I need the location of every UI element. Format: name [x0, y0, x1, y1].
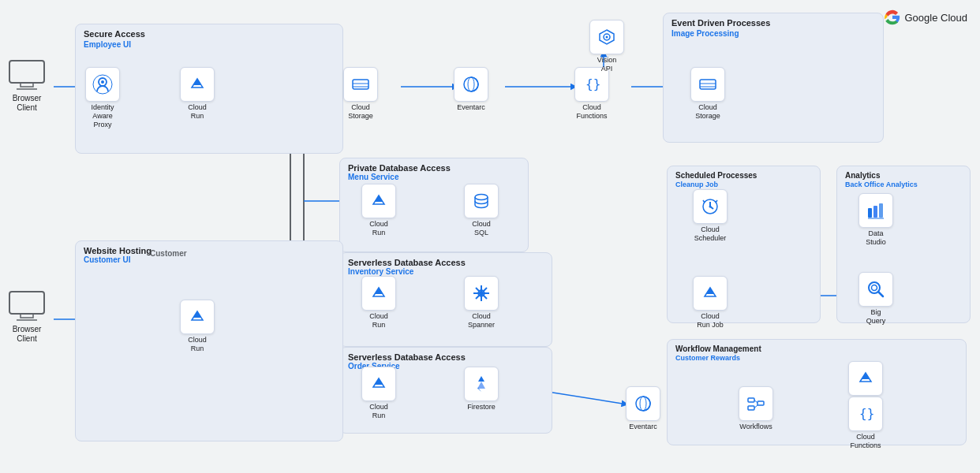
svg-rect-66: [757, 401, 764, 405]
cloud-sql-label: CloudSQL: [472, 220, 491, 237]
cloud-run-menu-label: CloudRun: [369, 220, 388, 237]
workflow-subtitle: Customer Rewards: [675, 354, 740, 362]
cloud-run-secure-label: CloudRun: [188, 103, 207, 121]
vision-api-node: VisionAPI: [589, 20, 624, 73]
website-hosting-subtitle: Customer UI: [84, 255, 130, 264]
svg-rect-25: [9, 61, 44, 83]
cloud-run-job-icon: [700, 283, 720, 304]
private-db-subtitle: Menu Service: [348, 173, 398, 181]
cloud-run-order-label: CloudRun: [369, 403, 388, 420]
scheduled-subtitle: Cleanup Job: [675, 181, 718, 188]
big-query-icon: [866, 279, 886, 300]
cloud-run-secure-node: CloudRun: [180, 67, 215, 121]
vision-api-icon-box: [589, 20, 624, 54]
cloud-functions-1-icon: {}: [582, 74, 602, 95]
cloud-run-job-icon-box: [693, 276, 728, 311]
cloud-spanner-icon-box: [464, 276, 499, 311]
cloud-run-website-icon-box: [180, 300, 215, 334]
firestore-icon-box: [464, 367, 499, 401]
eventarc-1-icon: [461, 74, 481, 95]
workflow-region: Workflow Management Customer Rewards: [667, 339, 967, 445]
cloud-sql-node: CloudSQL: [464, 184, 499, 237]
website-hosting-title: Website Hosting: [84, 246, 151, 255]
workflows-icon: [746, 393, 766, 414]
workflow-title: Workflow Management: [675, 345, 761, 353]
workflows-icon-box: [739, 386, 773, 421]
analytics-title: Analytics: [845, 171, 880, 180]
svg-line-61: [878, 292, 883, 296]
private-db-title: Private Database Access: [348, 163, 451, 173]
iap-label: IdentityAwareProxy: [91, 103, 114, 128]
svg-point-32: [101, 80, 104, 84]
cloud-run-inventory-icon: [368, 283, 389, 304]
eventarc-1-label: Eventarc: [457, 103, 485, 112]
cloud-scheduler-node: CloudScheduler: [693, 189, 728, 243]
firestore-label: Firestore: [467, 403, 496, 412]
big-query-icon-box: [858, 272, 893, 307]
cloud-storage-1-label: CloudStorage: [348, 103, 373, 121]
svg-rect-67: [748, 406, 754, 410]
analytics-region: Analytics Back Office Analytics: [836, 166, 971, 323]
data-studio-label: DataStudio: [866, 229, 886, 247]
scheduled-title: Scheduled Processes: [675, 171, 757, 180]
google-cloud-icon: [885, 9, 900, 25]
cloud-run-inventory-node: CloudRun: [361, 276, 396, 330]
cloud-storage-2-node: CloudStorage: [690, 67, 725, 121]
cloud-run-workflow-icon: [855, 368, 876, 389]
cloud-functions-workflow-node: {} CloudFunctions: [848, 397, 883, 450]
gc-logo-text: Google Cloud: [905, 12, 968, 24]
google-cloud-logo: Google Cloud: [885, 9, 968, 25]
image-processing-subtitle: Image Processing: [671, 29, 739, 38]
svg-point-62: [872, 285, 877, 291]
cloud-functions-workflow-icon: {}: [855, 404, 876, 424]
big-query-label: BigQuery: [866, 308, 886, 326]
cloud-run-menu-icon: [368, 191, 389, 211]
big-query-node: BigQuery: [858, 272, 893, 326]
svg-point-46: [475, 195, 488, 200]
firestore-node: Firestore: [464, 367, 499, 412]
vision-api-icon: [597, 27, 617, 47]
cloud-run-order-icon-box: [361, 367, 396, 401]
image-processing-title: Event Driven Processes: [671, 18, 770, 28]
data-studio-node: DataStudio: [858, 193, 893, 247]
svg-point-64: [640, 397, 646, 411]
inventory-title: Serverless Database Access: [348, 258, 466, 267]
eventarc-workflow-icon: [633, 393, 653, 414]
eventarc-workflow-icon-box: [626, 386, 660, 421]
browser-client-top: BrowserClient: [6, 59, 47, 113]
eventarc-1-icon-box: [454, 67, 488, 102]
svg-text:{}: {}: [585, 76, 600, 91]
svg-rect-34: [353, 80, 368, 89]
workflows-node: Workflows: [739, 386, 773, 431]
svg-rect-57: [873, 206, 877, 218]
cloud-run-order-node: CloudRun: [361, 367, 396, 420]
svg-rect-28: [9, 292, 44, 314]
cloud-functions-1-node: {} CloudFunctions: [574, 67, 609, 121]
data-studio-icon: [866, 200, 886, 221]
iap-icon: [92, 74, 113, 95]
cloud-spanner-label: CloudSpanner: [468, 312, 495, 330]
cloud-run-job-label: CloudRun Job: [697, 312, 724, 330]
svg-rect-29: [21, 314, 33, 318]
secure-access-subtitle: Employee UI: [84, 40, 131, 49]
customer-label: Customer: [150, 249, 187, 258]
browser-client-bottom: BrowserClient: [6, 290, 47, 344]
browser-client-bottom-label: BrowserClient: [13, 325, 42, 344]
workflows-label: Workflows: [739, 423, 772, 431]
cloud-storage-2-icon: [698, 74, 718, 95]
cloud-storage-2-icon-box: [690, 67, 725, 102]
svg-text:{}: {}: [859, 406, 874, 421]
svg-rect-40: [700, 80, 716, 89]
cloud-run-workflow-icon-box: [848, 361, 883, 396]
eventarc-workflow-label: Eventarc: [629, 423, 657, 431]
cloud-run-job-node: CloudRun Job: [693, 276, 728, 330]
svg-rect-26: [21, 83, 33, 87]
cloud-functions-workflow-label: CloudFunctions: [850, 433, 881, 450]
cloud-run-website-node: CloudRun: [180, 300, 215, 353]
cloud-run-secure-icon: [187, 74, 208, 95]
vision-api-label: VisionAPI: [597, 56, 616, 73]
browser-client-top-label: BrowserClient: [13, 94, 42, 113]
cloud-spanner-icon: [471, 283, 492, 304]
cloud-storage-1-icon: [350, 74, 371, 95]
cloud-functions-1-label: CloudFunctions: [576, 103, 607, 121]
